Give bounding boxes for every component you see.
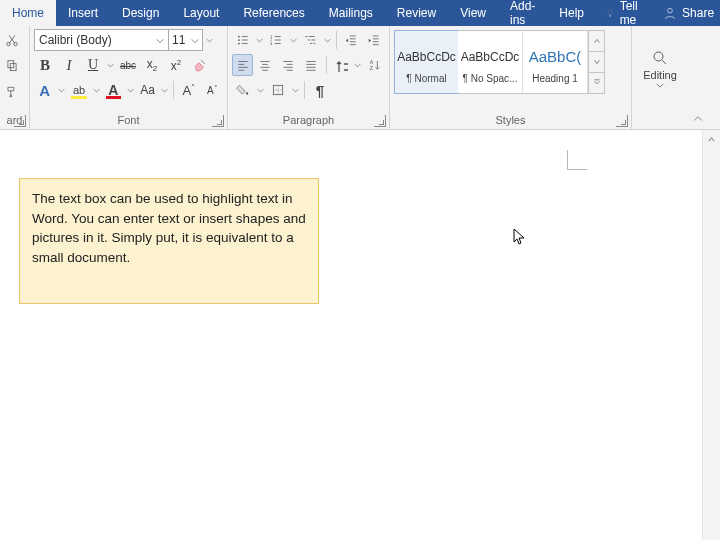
style-preview: AaBbCcDc — [461, 41, 520, 73]
bullets-dropdown[interactable] — [255, 38, 264, 43]
align-right-button[interactable] — [278, 54, 299, 76]
font-name-select[interactable]: Calibri (Body) — [34, 29, 169, 51]
group-label-clipboard: ard — [0, 111, 29, 129]
tab-share[interactable]: Share — [653, 0, 720, 26]
style-name: Heading 1 — [532, 73, 578, 84]
font-name-value: Calibri (Body) — [39, 33, 112, 47]
text-effects-dropdown[interactable] — [57, 88, 66, 93]
group-label-paragraph: Paragraph — [228, 111, 389, 129]
style-heading1[interactable]: AaBbC( Heading 1 — [523, 31, 588, 93]
borders-dropdown[interactable] — [291, 88, 300, 93]
numbering-button[interactable]: 123 — [266, 29, 287, 51]
change-case-button[interactable]: Aa — [137, 79, 158, 101]
styles-gallery: AaBbCcDc ¶ Normal AaBbCcDc ¶ No Spac... … — [394, 30, 605, 94]
underline-dropdown[interactable] — [106, 63, 115, 68]
bold-button[interactable]: B — [34, 54, 56, 76]
underline-button[interactable]: U — [82, 54, 104, 76]
find-icon — [651, 49, 669, 67]
shading-button[interactable] — [232, 79, 254, 101]
style-normal[interactable]: AaBbCcDc ¶ Normal — [394, 30, 459, 94]
decrease-indent-button[interactable] — [341, 29, 362, 51]
justify-button[interactable] — [301, 54, 322, 76]
page-corner-mark — [567, 150, 587, 170]
highlight-dropdown[interactable] — [92, 88, 101, 93]
person-icon — [663, 6, 677, 20]
svg-text:3: 3 — [271, 42, 273, 46]
group-label-font: Font — [30, 111, 227, 129]
collapse-ribbon-button[interactable] — [692, 113, 704, 125]
italic-button[interactable]: I — [58, 54, 80, 76]
align-center-button[interactable] — [255, 54, 276, 76]
tab-review[interactable]: Review — [385, 0, 448, 26]
svg-point-6 — [238, 36, 240, 38]
font-dialog-launcher[interactable] — [212, 115, 224, 127]
tab-addins[interactable]: Add-ins — [498, 0, 547, 26]
cut-button[interactable] — [3, 30, 21, 50]
text-box-content: The text box can be used to highlight te… — [32, 191, 306, 265]
tab-layout[interactable]: Layout — [171, 0, 231, 26]
text-box[interactable]: The text box can be used to highlight te… — [19, 178, 319, 304]
text-effects-button[interactable]: A — [34, 79, 55, 101]
highlight-button[interactable]: ab — [68, 79, 89, 101]
svg-rect-4 — [8, 61, 14, 68]
increase-indent-button[interactable] — [364, 29, 385, 51]
document-area[interactable]: The text box can be used to highlight te… — [0, 130, 720, 540]
format-painter-button[interactable] — [3, 82, 21, 102]
numbering-dropdown[interactable] — [289, 38, 298, 43]
svg-point-1 — [668, 8, 673, 13]
bullets-button[interactable] — [232, 29, 253, 51]
chevron-down-icon — [156, 33, 164, 47]
chevron-down-icon — [656, 83, 664, 88]
gallery-expand[interactable] — [589, 73, 604, 93]
font-color-dropdown[interactable] — [126, 88, 135, 93]
subscript-button[interactable]: x2 — [141, 54, 163, 76]
tab-references[interactable]: References — [231, 0, 316, 26]
svg-point-2 — [7, 42, 11, 46]
font-size-value: 11 — [172, 33, 185, 47]
style-preview: AaBbC( — [529, 41, 582, 73]
font-more-dropdown[interactable] — [205, 38, 214, 43]
font-color-button[interactable]: A — [103, 79, 124, 101]
vertical-scrollbar[interactable] — [702, 130, 720, 540]
tab-tellme[interactable]: Tell me — [596, 0, 653, 26]
tab-help[interactable]: Help — [547, 0, 596, 26]
gallery-scroll-down[interactable] — [589, 52, 604, 73]
tab-view[interactable]: View — [448, 0, 498, 26]
multilevel-dropdown[interactable] — [323, 38, 332, 43]
ribbon-tabs: Home Insert Design Layout References Mai… — [0, 0, 720, 26]
chevron-down-icon — [191, 33, 199, 47]
tab-insert[interactable]: Insert — [56, 0, 110, 26]
copy-button[interactable] — [3, 56, 21, 76]
paragraph-dialog-launcher[interactable] — [374, 115, 386, 127]
tab-home[interactable]: Home — [0, 0, 56, 26]
align-left-button[interactable] — [232, 54, 253, 76]
grow-font-button[interactable]: A˄ — [178, 79, 199, 101]
svg-point-16 — [654, 52, 663, 61]
gallery-scroll-up[interactable] — [589, 31, 604, 52]
svg-rect-5 — [10, 64, 16, 71]
line-spacing-dropdown[interactable] — [354, 63, 363, 68]
superscript-button[interactable]: x2 — [165, 54, 187, 76]
clipboard-dialog-launcher[interactable] — [14, 115, 26, 127]
style-no-spacing[interactable]: AaBbCcDc ¶ No Spac... — [458, 31, 523, 93]
style-preview: AaBbCcDc — [397, 41, 456, 73]
editing-button[interactable]: Editing — [643, 49, 677, 88]
sort-button[interactable]: AZ — [364, 54, 385, 76]
lightbulb-icon — [606, 6, 615, 20]
shrink-font-button[interactable]: A˅ — [202, 79, 223, 101]
tab-mailings[interactable]: Mailings — [317, 0, 385, 26]
clear-formatting-button[interactable] — [189, 54, 211, 76]
tab-design[interactable]: Design — [110, 0, 171, 26]
scroll-up-button[interactable] — [703, 130, 720, 148]
shading-dropdown[interactable] — [256, 88, 265, 93]
borders-button[interactable] — [267, 79, 289, 101]
font-size-select[interactable]: 11 — [169, 29, 203, 51]
multilevel-list-button[interactable] — [300, 29, 321, 51]
style-name: ¶ Normal — [406, 73, 446, 84]
line-spacing-button[interactable] — [331, 54, 352, 76]
group-label-styles: Styles — [390, 111, 631, 129]
show-hide-button[interactable]: ¶ — [309, 79, 331, 101]
styles-dialog-launcher[interactable] — [616, 115, 628, 127]
strikethrough-button[interactable]: abc — [117, 54, 139, 76]
change-case-dropdown[interactable] — [160, 88, 169, 93]
